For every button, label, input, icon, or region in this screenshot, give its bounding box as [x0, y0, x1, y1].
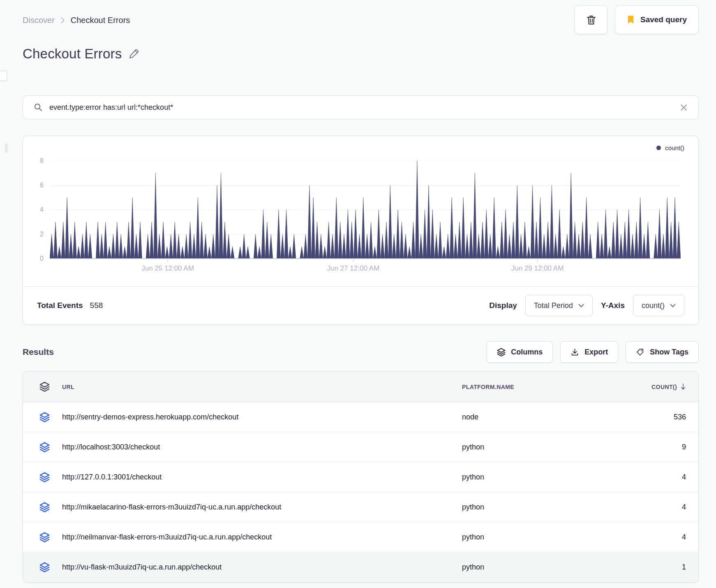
- y-axis-tick-label: 0: [23, 254, 44, 263]
- row-url[interactable]: http://neilmanvar-flask-errors-m3uuizd7i…: [62, 533, 462, 542]
- search-bar[interactable]: [23, 95, 699, 119]
- breadcrumb: Discover Checkout Errors: [23, 12, 130, 28]
- edit-title-icon[interactable]: [128, 49, 139, 60]
- chart-footer: Total Events 558 Display Total Period Y-…: [37, 287, 684, 324]
- export-label: Export: [584, 348, 608, 357]
- bookmark-icon: [627, 15, 635, 24]
- x-axis-tick-label: Jun 25 12:00 AM: [127, 264, 209, 273]
- y-axis-tick-label: 6: [23, 181, 44, 190]
- row-platform: python: [462, 443, 610, 451]
- row-url[interactable]: http://mikaelacarino-flask-errors-m3uuiz…: [62, 503, 462, 512]
- chevron-right-icon: [60, 17, 65, 24]
- stack-icon[interactable]: [39, 472, 50, 482]
- row-url[interactable]: http://vu-flask-m3uuizd7iq-uc.a.run.app/…: [62, 563, 462, 572]
- saved-query-label: Saved query: [640, 15, 687, 24]
- events-chart: [50, 161, 681, 263]
- sidebar-toggle-handle[interactable]: [0, 71, 7, 81]
- clear-search-icon[interactable]: [680, 104, 688, 111]
- row-count: 536: [610, 413, 698, 421]
- y-axis-tick-label: 2: [23, 230, 44, 239]
- page-title: Checkout Errors: [23, 46, 122, 62]
- delete-query-button[interactable]: [575, 5, 607, 34]
- show-tags-button[interactable]: Show Tags: [626, 341, 699, 363]
- trash-icon: [586, 14, 597, 25]
- search-input[interactable]: [49, 103, 673, 112]
- chart-legend[interactable]: count(): [656, 144, 684, 151]
- stack-icon[interactable]: [39, 382, 50, 392]
- title-row: Checkout Errors: [23, 46, 139, 62]
- table-row[interactable]: http://sentry-demos-express.herokuapp.co…: [23, 402, 698, 432]
- display-value: Total Period: [534, 301, 573, 310]
- table-row[interactable]: http://neilmanvar-flask-errors-m3uuizd7i…: [23, 522, 698, 552]
- stack-icon[interactable]: [39, 562, 50, 572]
- table-row[interactable]: http://localhost:3003/checkoutpython9: [23, 432, 698, 462]
- row-platform: python: [462, 563, 610, 572]
- table-row[interactable]: http://mikaelacarino-flask-errors-m3uuiz…: [23, 492, 698, 522]
- row-count: 1: [610, 563, 698, 572]
- table-header-row: URL PLATFORM.NAME COUNT(): [23, 372, 698, 402]
- y-axis-tick-label: 4: [23, 205, 44, 214]
- events-chart-card: count() Jun 25 12:00 AMJun 27 12:00 AMJu…: [23, 136, 699, 325]
- columns-label: Columns: [511, 348, 543, 357]
- stack-icon[interactable]: [39, 502, 50, 512]
- breadcrumb-discover[interactable]: Discover: [23, 16, 55, 25]
- row-count: 9: [610, 443, 698, 451]
- saved-query-button[interactable]: Saved query: [615, 5, 699, 34]
- search-icon: [34, 103, 43, 112]
- row-url[interactable]: http://localhost:3003/checkout: [62, 443, 462, 451]
- columns-button[interactable]: Columns: [487, 341, 553, 363]
- y-axis-label: Y-Axis: [601, 301, 625, 310]
- stack-icon[interactable]: [39, 532, 50, 542]
- row-platform: python: [462, 533, 610, 542]
- total-events-value: 558: [90, 301, 103, 310]
- y-axis-tick-label: 8: [23, 156, 44, 165]
- legend-dot-icon: [656, 146, 661, 150]
- row-platform: python: [462, 473, 610, 482]
- y-axis-dropdown[interactable]: count(): [633, 295, 684, 316]
- columns-stack-icon: [497, 348, 506, 357]
- display-label: Display: [489, 301, 517, 310]
- tag-icon: [636, 348, 644, 357]
- stack-icon[interactable]: [39, 412, 50, 422]
- table-row[interactable]: http://vu-flask-m3uuizd7iq-uc.a.run.app/…: [23, 552, 698, 582]
- table-row[interactable]: http://127.0.0.1:3001/checkoutpython4: [23, 462, 698, 492]
- table-body: http://sentry-demos-express.herokuapp.co…: [23, 402, 698, 582]
- row-platform: node: [462, 413, 610, 421]
- breadcrumb-current: Checkout Errors: [71, 16, 130, 25]
- row-url[interactable]: http://sentry-demos-express.herokuapp.co…: [62, 413, 462, 421]
- row-count: 4: [610, 473, 698, 482]
- legend-label: count(): [665, 144, 684, 151]
- total-events-label: Total Events: [37, 301, 83, 310]
- top-actions: Saved query: [575, 5, 699, 34]
- row-count: 4: [610, 503, 698, 512]
- row-count: 4: [610, 533, 698, 542]
- export-button[interactable]: Export: [560, 341, 618, 363]
- x-axis-tick-label: Jun 27 12:00 AM: [312, 264, 394, 273]
- y-axis: 02468: [23, 136, 44, 324]
- column-header-count[interactable]: COUNT(): [651, 383, 686, 391]
- display-dropdown[interactable]: Total Period: [525, 295, 593, 316]
- sort-desc-icon: [680, 383, 686, 391]
- panel-drag-handle[interactable]: [5, 144, 8, 153]
- row-platform: python: [462, 503, 610, 512]
- row-url[interactable]: http://127.0.0.1:3001/checkout: [62, 473, 462, 482]
- column-header-url[interactable]: URL: [62, 384, 462, 390]
- x-axis-tick-label: Jun 29 12:00 AM: [497, 264, 579, 273]
- column-header-platform[interactable]: PLATFORM.NAME: [462, 384, 610, 390]
- results-table: URL PLATFORM.NAME COUNT() http://sentry-…: [23, 371, 699, 583]
- download-icon: [570, 348, 579, 357]
- show-tags-label: Show Tags: [650, 348, 688, 357]
- chevron-down-icon: [670, 304, 676, 308]
- results-heading: Results: [23, 347, 54, 357]
- count-header-label: COUNT(): [651, 384, 677, 390]
- y-axis-value: count(): [642, 301, 665, 310]
- stack-icon[interactable]: [39, 442, 50, 452]
- chevron-down-icon: [578, 304, 584, 308]
- results-row: Results Columns Export Show Tags: [23, 340, 699, 363]
